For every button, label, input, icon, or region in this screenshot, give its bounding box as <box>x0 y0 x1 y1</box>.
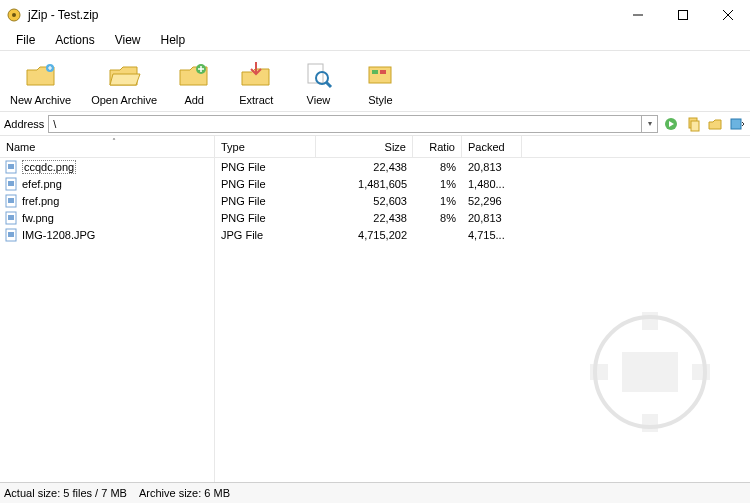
file-packed: 20,813 <box>462 212 522 224</box>
address-label: Address <box>4 118 48 130</box>
add-button[interactable]: Add <box>171 56 217 108</box>
svg-rect-31 <box>642 414 658 432</box>
address-input[interactable] <box>48 115 642 133</box>
file-size: 52,603 <box>316 195 413 207</box>
file-icon <box>4 228 18 242</box>
svg-rect-27 <box>8 232 14 237</box>
svg-rect-21 <box>8 181 14 186</box>
column-headers: Type Size Ratio Packed <box>215 136 750 158</box>
svg-rect-13 <box>380 70 386 74</box>
file-icon <box>4 194 18 208</box>
file-type: PNG File <box>215 195 316 207</box>
toolbar-label: Style <box>368 94 392 106</box>
titlebar: jZip - Test.zip <box>0 0 750 30</box>
file-packed: 20,813 <box>462 161 522 173</box>
svg-rect-17 <box>731 119 741 129</box>
file-size: 1,481,605 <box>316 178 413 190</box>
file-details-row[interactable]: PNG File22,4388%20,813 <box>215 209 750 226</box>
copy-icon[interactable] <box>684 115 702 133</box>
sort-indicator-icon: ˄ <box>112 137 116 146</box>
menubar: File Actions View Help <box>0 30 750 50</box>
svg-rect-33 <box>692 364 710 380</box>
svg-point-1 <box>12 13 16 17</box>
column-header-ratio[interactable]: Ratio <box>413 136 462 157</box>
file-ratio: 1% <box>413 195 462 207</box>
folder-small-icon[interactable] <box>706 115 724 133</box>
file-type: PNG File <box>215 212 316 224</box>
address-dropdown[interactable]: ▾ <box>642 115 658 133</box>
minimize-button[interactable] <box>615 0 660 30</box>
status-bar: Actual size: 5 files / 7 MB Archive size… <box>0 482 750 503</box>
file-packed: 4,715... <box>462 229 522 241</box>
menu-view[interactable]: View <box>105 31 151 49</box>
extract-button[interactable]: Extract <box>233 56 279 108</box>
window-title: jZip - Test.zip <box>28 8 98 22</box>
menu-help[interactable]: Help <box>151 31 196 49</box>
file-list: Name ˄ ccqdc.pngefef.pngfref.pngfw.pngIM… <box>0 136 750 482</box>
file-row[interactable]: efef.png <box>0 175 214 192</box>
file-ratio: 8% <box>413 212 462 224</box>
close-button[interactable] <box>705 0 750 30</box>
file-name: efef.png <box>22 178 62 190</box>
magnifier-icon <box>301 58 335 92</box>
file-type: PNG File <box>215 161 316 173</box>
column-header-name[interactable]: Name ˄ <box>0 136 214 158</box>
file-details-row[interactable]: PNG File1,481,6051%1,480... <box>215 175 750 192</box>
svg-rect-11 <box>369 67 391 83</box>
watermark-icon <box>570 292 730 452</box>
file-size: 22,438 <box>316 212 413 224</box>
folder-open-icon <box>107 58 141 92</box>
file-ratio: 8% <box>413 161 462 173</box>
column-header-size[interactable]: Size <box>316 136 413 157</box>
file-details-row[interactable]: JPG File4,715,2024,715... <box>215 226 750 243</box>
details-columns: Type Size Ratio Packed PNG File22,4388%2… <box>215 136 750 482</box>
file-row[interactable]: IMG-1208.JPG <box>0 226 214 243</box>
name-column: Name ˄ ccqdc.pngefef.pngfref.pngfw.pngIM… <box>0 136 215 482</box>
maximize-button[interactable] <box>660 0 705 30</box>
file-name: fw.png <box>22 212 54 224</box>
new-archive-button[interactable]: New Archive <box>4 56 77 108</box>
column-header-packed[interactable]: Packed <box>462 136 522 157</box>
view-toggle-icon[interactable] <box>728 115 746 133</box>
folder-add-icon <box>177 58 211 92</box>
svg-rect-29 <box>622 352 678 392</box>
svg-point-28 <box>595 317 705 427</box>
file-row[interactable]: fref.png <box>0 192 214 209</box>
svg-rect-19 <box>8 164 14 169</box>
file-size: 4,715,202 <box>316 229 413 241</box>
file-icon <box>4 211 18 225</box>
svg-rect-25 <box>8 215 14 220</box>
menu-file[interactable]: File <box>6 31 45 49</box>
file-details-row[interactable]: PNG File22,4388%20,813 <box>215 158 750 175</box>
toolbar-label: Open Archive <box>91 94 157 106</box>
file-type: PNG File <box>215 178 316 190</box>
svg-rect-16 <box>691 121 699 131</box>
toolbar-label: View <box>307 94 331 106</box>
style-button[interactable]: Style <box>357 56 403 108</box>
header-label: Name <box>6 141 35 153</box>
app-icon <box>6 7 22 23</box>
svg-rect-30 <box>642 312 658 330</box>
open-archive-button[interactable]: Open Archive <box>85 56 163 108</box>
file-name: ccqdc.png <box>22 160 76 174</box>
file-icon <box>4 160 18 174</box>
folder-new-icon <box>24 58 58 92</box>
file-name: fref.png <box>22 195 59 207</box>
toolbar-label: Extract <box>239 94 273 106</box>
window-controls <box>615 0 750 30</box>
svg-rect-12 <box>372 70 378 74</box>
file-details-row[interactable]: PNG File52,6031%52,296 <box>215 192 750 209</box>
file-row[interactable]: ccqdc.png <box>0 158 214 175</box>
column-header-type[interactable]: Type <box>215 136 316 157</box>
toolbar: New Archive Open Archive Add Extrac <box>0 50 750 112</box>
go-icon[interactable] <box>662 115 680 133</box>
file-row[interactable]: fw.png <box>0 209 214 226</box>
file-size: 22,438 <box>316 161 413 173</box>
view-button[interactable]: View <box>295 56 341 108</box>
svg-rect-23 <box>8 198 14 203</box>
file-name: IMG-1208.JPG <box>22 229 95 241</box>
folder-extract-icon <box>239 58 273 92</box>
menu-actions[interactable]: Actions <box>45 31 104 49</box>
address-bar: Address ▾ <box>0 112 750 136</box>
file-packed: 1,480... <box>462 178 522 190</box>
